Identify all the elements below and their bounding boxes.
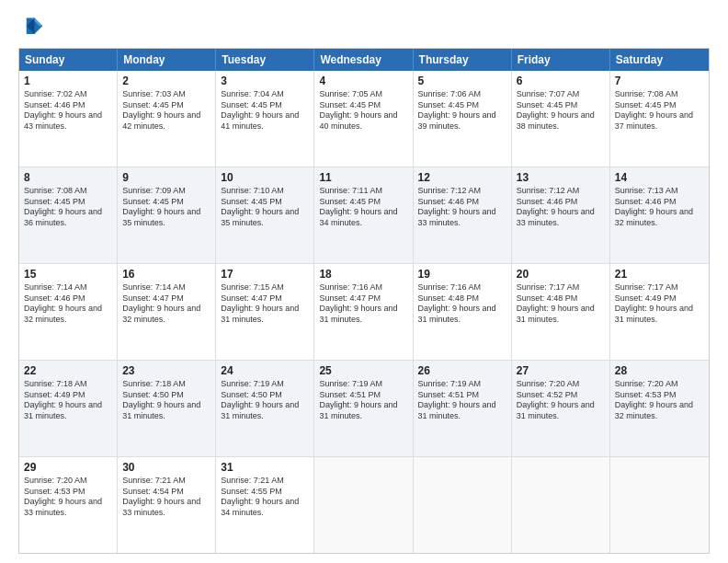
day-number: 13 — [517, 171, 605, 184]
sunset-text: Sunset: 4:53 PM — [615, 390, 704, 401]
header-cell-saturday: Saturday — [610, 49, 709, 71]
sunset-text: Sunset: 4:55 PM — [221, 487, 309, 498]
sunset-text: Sunset: 4:50 PM — [122, 390, 210, 401]
sunset-text: Sunset: 4:54 PM — [122, 487, 210, 498]
logo-icon — [18, 15, 44, 40]
day-cell-28: 28 Sunrise: 7:20 AM Sunset: 4:53 PM Dayl… — [610, 361, 709, 456]
daylight-text: Daylight: 9 hours and 31 minutes. — [221, 400, 309, 421]
sunrise-text: Sunrise: 7:19 AM — [221, 379, 309, 390]
day-cell-4: 4 Sunrise: 7:05 AM Sunset: 4:45 PM Dayli… — [314, 71, 413, 167]
header — [18, 15, 710, 40]
calendar-row-2: 8 Sunrise: 7:08 AM Sunset: 4:45 PM Dayli… — [19, 167, 709, 263]
day-number: 7 — [615, 75, 704, 87]
cell-info: Sunrise: 7:17 AM Sunset: 4:49 PM Dayligh… — [615, 282, 704, 326]
sunset-text: Sunset: 4:45 PM — [517, 100, 605, 111]
sunrise-text: Sunrise: 7:08 AM — [24, 186, 112, 197]
calendar-row-5: 29 Sunrise: 7:20 AM Sunset: 4:53 PM Dayl… — [19, 456, 709, 553]
sunrise-text: Sunrise: 7:16 AM — [418, 282, 506, 293]
cell-info: Sunrise: 7:12 AM Sunset: 4:46 PM Dayligh… — [418, 186, 506, 229]
day-number: 11 — [319, 171, 407, 184]
day-number: 25 — [319, 364, 407, 377]
sunrise-text: Sunrise: 7:21 AM — [221, 476, 309, 487]
sunrise-text: Sunrise: 7:10 AM — [221, 186, 309, 197]
day-number: 31 — [221, 461, 309, 474]
sunrise-text: Sunrise: 7:14 AM — [122, 282, 210, 293]
sunset-text: Sunset: 4:49 PM — [615, 293, 704, 304]
day-cell-26: 26 Sunrise: 7:19 AM Sunset: 4:51 PM Dayl… — [414, 361, 512, 456]
sunset-text: Sunset: 4:45 PM — [221, 100, 309, 111]
calendar-row-1: 1 Sunrise: 7:02 AM Sunset: 4:46 PM Dayli… — [19, 71, 709, 167]
day-number: 30 — [122, 461, 210, 474]
day-cell-27: 27 Sunrise: 7:20 AM Sunset: 4:52 PM Dayl… — [512, 361, 610, 456]
sunset-text: Sunset: 4:46 PM — [24, 293, 112, 304]
daylight-text: Daylight: 9 hours and 31 minutes. — [418, 304, 506, 325]
sunrise-text: Sunrise: 7:04 AM — [221, 89, 309, 100]
cell-info: Sunrise: 7:07 AM Sunset: 4:45 PM Dayligh… — [517, 89, 605, 132]
daylight-text: Daylight: 9 hours and 31 minutes. — [319, 304, 407, 325]
day-cell-13: 13 Sunrise: 7:12 AM Sunset: 4:46 PM Dayl… — [512, 167, 610, 263]
daylight-text: Daylight: 9 hours and 31 minutes. — [615, 304, 704, 325]
sunrise-text: Sunrise: 7:11 AM — [319, 186, 407, 197]
cell-info: Sunrise: 7:02 AM Sunset: 4:46 PM Dayligh… — [24, 89, 112, 132]
day-number: 17 — [221, 268, 309, 281]
cell-info: Sunrise: 7:20 AM Sunset: 4:53 PM Dayligh… — [615, 379, 704, 422]
daylight-text: Daylight: 9 hours and 37 minutes. — [615, 110, 704, 132]
day-number: 29 — [24, 461, 112, 474]
sunrise-text: Sunrise: 7:18 AM — [122, 379, 210, 390]
header-cell-tuesday: Tuesday — [216, 49, 314, 71]
daylight-text: Daylight: 9 hours and 32 minutes. — [24, 304, 112, 325]
calendar: SundayMondayTuesdayWednesdayThursdayFrid… — [18, 48, 710, 554]
day-number: 8 — [24, 171, 112, 184]
day-cell-22: 22 Sunrise: 7:18 AM Sunset: 4:49 PM Dayl… — [19, 361, 118, 456]
sunset-text: Sunset: 4:46 PM — [24, 100, 112, 111]
day-number: 2 — [122, 75, 210, 87]
day-number: 21 — [615, 268, 704, 281]
daylight-text: Daylight: 9 hours and 31 minutes. — [517, 304, 605, 325]
cell-info: Sunrise: 7:08 AM Sunset: 4:45 PM Dayligh… — [24, 186, 112, 229]
sunset-text: Sunset: 4:51 PM — [418, 390, 506, 401]
sunset-text: Sunset: 4:46 PM — [517, 197, 605, 208]
sunrise-text: Sunrise: 7:02 AM — [24, 89, 112, 100]
header-cell-thursday: Thursday — [414, 49, 512, 71]
sunrise-text: Sunrise: 7:19 AM — [418, 379, 506, 390]
sunrise-text: Sunrise: 7:17 AM — [517, 282, 605, 293]
day-cell-11: 11 Sunrise: 7:11 AM Sunset: 4:45 PM Dayl… — [314, 167, 413, 263]
cell-info: Sunrise: 7:16 AM Sunset: 4:48 PM Dayligh… — [418, 282, 506, 326]
daylight-text: Daylight: 9 hours and 39 minutes. — [418, 110, 506, 132]
sunrise-text: Sunrise: 7:16 AM — [319, 282, 407, 293]
sunset-text: Sunset: 4:45 PM — [221, 197, 309, 208]
day-cell-16: 16 Sunrise: 7:14 AM Sunset: 4:47 PM Dayl… — [118, 264, 216, 360]
sunrise-text: Sunrise: 7:14 AM — [24, 282, 112, 293]
header-cell-friday: Friday — [512, 49, 610, 71]
daylight-text: Daylight: 9 hours and 41 minutes. — [221, 110, 309, 132]
daylight-text: Daylight: 9 hours and 38 minutes. — [517, 110, 605, 132]
day-number: 20 — [517, 268, 605, 281]
cell-info: Sunrise: 7:18 AM Sunset: 4:49 PM Dayligh… — [24, 379, 112, 422]
cell-info: Sunrise: 7:21 AM Sunset: 4:54 PM Dayligh… — [122, 476, 210, 519]
sunset-text: Sunset: 4:50 PM — [221, 390, 309, 401]
daylight-text: Daylight: 9 hours and 34 minutes. — [221, 497, 309, 518]
sunset-text: Sunset: 4:45 PM — [122, 100, 210, 111]
cell-info: Sunrise: 7:19 AM Sunset: 4:51 PM Dayligh… — [418, 379, 506, 422]
sunset-text: Sunset: 4:48 PM — [517, 293, 605, 304]
day-cell-5: 5 Sunrise: 7:06 AM Sunset: 4:45 PM Dayli… — [414, 71, 512, 167]
day-cell-7: 7 Sunrise: 7:08 AM Sunset: 4:45 PM Dayli… — [610, 71, 709, 167]
day-cell-29: 29 Sunrise: 7:20 AM Sunset: 4:53 PM Dayl… — [19, 457, 118, 553]
day-cell-24: 24 Sunrise: 7:19 AM Sunset: 4:50 PM Dayl… — [216, 361, 314, 456]
cell-info: Sunrise: 7:09 AM Sunset: 4:45 PM Dayligh… — [122, 186, 210, 229]
sunrise-text: Sunrise: 7:20 AM — [24, 476, 112, 487]
daylight-text: Daylight: 9 hours and 43 minutes. — [24, 110, 112, 132]
header-cell-wednesday: Wednesday — [314, 49, 413, 71]
cell-info: Sunrise: 7:16 AM Sunset: 4:47 PM Dayligh… — [319, 282, 407, 326]
sunset-text: Sunset: 4:47 PM — [122, 293, 210, 304]
day-cell-21: 21 Sunrise: 7:17 AM Sunset: 4:49 PM Dayl… — [610, 264, 709, 360]
cell-info: Sunrise: 7:19 AM Sunset: 4:50 PM Dayligh… — [221, 379, 309, 422]
daylight-text: Daylight: 9 hours and 34 minutes. — [319, 207, 407, 228]
day-number: 5 — [418, 75, 506, 87]
day-number: 16 — [122, 268, 210, 281]
daylight-text: Daylight: 9 hours and 31 minutes. — [24, 400, 112, 421]
day-cell-6: 6 Sunrise: 7:07 AM Sunset: 4:45 PM Dayli… — [512, 71, 610, 167]
sunrise-text: Sunrise: 7:07 AM — [517, 89, 605, 100]
empty-cell — [314, 457, 413, 553]
sunrise-text: Sunrise: 7:20 AM — [615, 379, 704, 390]
